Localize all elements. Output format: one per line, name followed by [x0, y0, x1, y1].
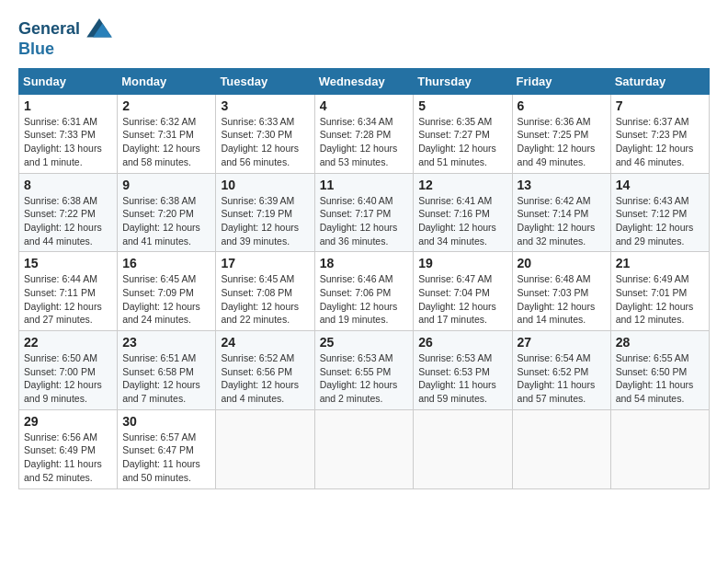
day-info: Sunrise: 6:45 AM Sunset: 7:08 PM Dayligh… [221, 272, 309, 327]
calendar-week-row: 8 Sunrise: 6:38 AM Sunset: 7:22 PM Dayli… [19, 173, 710, 252]
day-info: Sunrise: 6:46 AM Sunset: 7:06 PM Dayligh… [320, 272, 409, 327]
day-number: 20 [518, 256, 606, 270]
calendar-cell [314, 409, 414, 488]
day-number: 8 [24, 178, 112, 192]
day-header-monday: Monday [118, 68, 216, 94]
calendar-cell: 11 Sunrise: 6:40 AM Sunset: 7:17 PM Dayl… [314, 173, 414, 252]
calendar-cell: 6 Sunrise: 6:36 AM Sunset: 7:25 PM Dayli… [512, 94, 610, 173]
day-number: 12 [418, 178, 506, 192]
day-number: 5 [418, 98, 506, 113]
calendar-cell: 24 Sunrise: 6:52 AM Sunset: 6:56 PM Dayl… [216, 331, 314, 410]
day-info: Sunrise: 6:34 AM Sunset: 7:28 PM Dayligh… [320, 115, 409, 169]
day-info: Sunrise: 6:48 AM Sunset: 7:03 PM Dayligh… [518, 272, 606, 327]
day-info: Sunrise: 6:52 AM Sunset: 6:56 PM Dayligh… [221, 351, 309, 406]
day-info: Sunrise: 6:39 AM Sunset: 7:19 PM Dayligh… [221, 194, 309, 248]
calendar-cell: 29 Sunrise: 6:56 AM Sunset: 6:49 PM Dayl… [19, 409, 118, 488]
day-number: 17 [221, 256, 309, 270]
calendar-cell: 9 Sunrise: 6:38 AM Sunset: 7:20 PM Dayli… [118, 173, 216, 252]
day-info: Sunrise: 6:31 AM Sunset: 7:33 PM Dayligh… [24, 115, 112, 169]
day-info: Sunrise: 6:35 AM Sunset: 7:27 PM Dayligh… [418, 115, 506, 169]
day-header-sunday: Sunday [19, 68, 118, 94]
calendar-cell: 28 Sunrise: 6:55 AM Sunset: 6:50 PM Dayl… [610, 331, 709, 410]
calendar-cell: 17 Sunrise: 6:45 AM Sunset: 7:08 PM Dayl… [216, 252, 314, 331]
calendar-cell: 18 Sunrise: 6:46 AM Sunset: 7:06 PM Dayl… [314, 252, 414, 331]
calendar-body: 1 Sunrise: 6:31 AM Sunset: 7:33 PM Dayli… [19, 94, 710, 488]
day-number: 1 [24, 98, 112, 113]
day-number: 14 [616, 178, 704, 192]
calendar-cell [610, 409, 709, 488]
day-number: 29 [24, 414, 112, 429]
day-info: Sunrise: 6:57 AM Sunset: 6:47 PM Dayligh… [122, 431, 210, 485]
calendar-cell: 21 Sunrise: 6:49 AM Sunset: 7:01 PM Dayl… [610, 252, 709, 331]
day-number: 15 [24, 256, 112, 270]
day-number: 26 [418, 335, 506, 350]
day-info: Sunrise: 6:53 AM Sunset: 6:55 PM Dayligh… [320, 351, 409, 406]
calendar-week-row: 29 Sunrise: 6:56 AM Sunset: 6:49 PM Dayl… [19, 409, 710, 488]
day-info: Sunrise: 6:47 AM Sunset: 7:04 PM Dayligh… [418, 272, 506, 327]
page-header: General Blue [18, 18, 710, 59]
day-info: Sunrise: 6:50 AM Sunset: 7:00 PM Dayligh… [24, 351, 112, 406]
calendar-cell [414, 409, 512, 488]
day-number: 22 [24, 335, 112, 350]
day-info: Sunrise: 6:45 AM Sunset: 7:09 PM Dayligh… [122, 272, 210, 327]
day-info: Sunrise: 6:51 AM Sunset: 6:58 PM Dayligh… [122, 351, 210, 406]
day-info: Sunrise: 6:53 AM Sunset: 6:53 PM Dayligh… [418, 351, 506, 406]
day-number: 11 [320, 178, 409, 192]
day-number: 24 [221, 335, 309, 350]
day-number: 25 [320, 335, 409, 350]
day-info: Sunrise: 6:38 AM Sunset: 7:22 PM Dayligh… [24, 194, 112, 248]
day-number: 16 [122, 256, 210, 270]
day-info: Sunrise: 6:32 AM Sunset: 7:31 PM Dayligh… [122, 115, 210, 169]
calendar-cell: 1 Sunrise: 6:31 AM Sunset: 7:33 PM Dayli… [19, 94, 118, 173]
calendar-cell: 19 Sunrise: 6:47 AM Sunset: 7:04 PM Dayl… [414, 252, 512, 331]
calendar-cell: 20 Sunrise: 6:48 AM Sunset: 7:03 PM Dayl… [512, 252, 610, 331]
calendar-cell: 10 Sunrise: 6:39 AM Sunset: 7:19 PM Dayl… [216, 173, 314, 252]
day-info: Sunrise: 6:36 AM Sunset: 7:25 PM Dayligh… [518, 115, 606, 169]
calendar-cell: 13 Sunrise: 6:42 AM Sunset: 7:14 PM Dayl… [512, 173, 610, 252]
day-info: Sunrise: 6:44 AM Sunset: 7:11 PM Dayligh… [24, 272, 112, 327]
calendar-week-row: 22 Sunrise: 6:50 AM Sunset: 7:00 PM Dayl… [19, 331, 710, 410]
calendar-cell: 26 Sunrise: 6:53 AM Sunset: 6:53 PM Dayl… [414, 331, 512, 410]
day-info: Sunrise: 6:54 AM Sunset: 6:52 PM Dayligh… [518, 351, 606, 406]
day-info: Sunrise: 6:41 AM Sunset: 7:16 PM Dayligh… [418, 194, 506, 248]
calendar-cell: 4 Sunrise: 6:34 AM Sunset: 7:28 PM Dayli… [314, 94, 414, 173]
day-number: 27 [518, 335, 606, 350]
day-header-wednesday: Wednesday [314, 68, 414, 94]
calendar-cell: 27 Sunrise: 6:54 AM Sunset: 6:52 PM Dayl… [512, 331, 610, 410]
calendar-cell: 16 Sunrise: 6:45 AM Sunset: 7:09 PM Dayl… [118, 252, 216, 331]
calendar-cell: 3 Sunrise: 6:33 AM Sunset: 7:30 PM Dayli… [216, 94, 314, 173]
logo-text: General [18, 18, 112, 40]
calendar-cell [216, 409, 314, 488]
calendar-week-row: 1 Sunrise: 6:31 AM Sunset: 7:33 PM Dayli… [19, 94, 710, 173]
day-number: 30 [122, 414, 210, 429]
day-number: 18 [320, 256, 409, 270]
calendar-table: SundayMondayTuesdayWednesdayThursdayFrid… [18, 68, 710, 489]
day-number: 10 [221, 178, 309, 192]
day-number: 21 [616, 256, 704, 270]
day-info: Sunrise: 6:42 AM Sunset: 7:14 PM Dayligh… [518, 194, 606, 248]
day-info: Sunrise: 6:33 AM Sunset: 7:30 PM Dayligh… [221, 115, 309, 169]
calendar-cell: 8 Sunrise: 6:38 AM Sunset: 7:22 PM Dayli… [19, 173, 118, 252]
calendar-week-row: 15 Sunrise: 6:44 AM Sunset: 7:11 PM Dayl… [19, 252, 710, 331]
day-number: 13 [518, 178, 606, 192]
logo-blue: Blue [18, 40, 112, 59]
calendar-header-row: SundayMondayTuesdayWednesdayThursdayFrid… [19, 68, 710, 94]
day-number: 23 [122, 335, 210, 350]
day-info: Sunrise: 6:40 AM Sunset: 7:17 PM Dayligh… [320, 194, 409, 248]
day-number: 3 [221, 98, 309, 113]
day-info: Sunrise: 6:38 AM Sunset: 7:20 PM Dayligh… [122, 194, 210, 248]
day-info: Sunrise: 6:49 AM Sunset: 7:01 PM Dayligh… [616, 272, 704, 327]
calendar-cell: 25 Sunrise: 6:53 AM Sunset: 6:55 PM Dayl… [314, 331, 414, 410]
day-number: 19 [418, 256, 506, 270]
calendar-cell: 30 Sunrise: 6:57 AM Sunset: 6:47 PM Dayl… [118, 409, 216, 488]
calendar-cell: 7 Sunrise: 6:37 AM Sunset: 7:23 PM Dayli… [610, 94, 709, 173]
day-number: 2 [122, 98, 210, 113]
calendar-cell: 5 Sunrise: 6:35 AM Sunset: 7:27 PM Dayli… [414, 94, 512, 173]
calendar-cell: 15 Sunrise: 6:44 AM Sunset: 7:11 PM Dayl… [19, 252, 118, 331]
calendar-cell: 14 Sunrise: 6:43 AM Sunset: 7:12 PM Dayl… [610, 173, 709, 252]
calendar-cell [512, 409, 610, 488]
day-number: 6 [518, 98, 606, 113]
calendar-cell: 23 Sunrise: 6:51 AM Sunset: 6:58 PM Dayl… [118, 331, 216, 410]
day-info: Sunrise: 6:37 AM Sunset: 7:23 PM Dayligh… [616, 115, 704, 169]
day-info: Sunrise: 6:55 AM Sunset: 6:50 PM Dayligh… [616, 351, 704, 406]
